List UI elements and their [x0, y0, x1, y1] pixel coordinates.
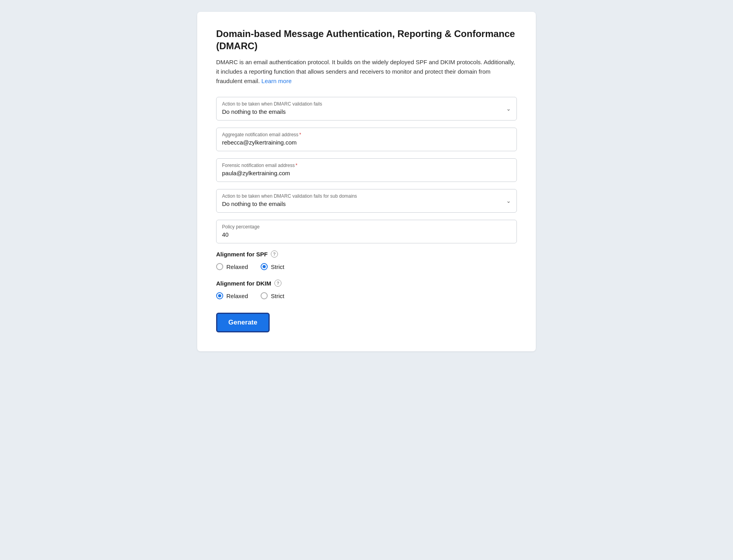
action-subdomain-field[interactable]: Action to be taken when DMARC validation…: [216, 189, 517, 213]
page-title: Domain-based Message Authentication, Rep…: [216, 28, 517, 52]
alignment-dkim-heading: Alignment for DKIM ?: [216, 280, 517, 287]
dkim-strict-label: Strict: [271, 293, 284, 299]
dkim-strict-option[interactable]: Strict: [261, 292, 284, 299]
spf-relaxed-radio[interactable]: [216, 263, 223, 270]
policy-percentage-group: Policy percentage 40: [216, 220, 517, 243]
aggregate-email-group: Aggregate notification email address* re…: [216, 128, 517, 151]
forensic-email-label: Forensic notification email address*: [222, 163, 511, 168]
alignment-dkim-section: Alignment for DKIM ? Relaxed Strict: [216, 280, 517, 299]
alignment-spf-radio-group: Relaxed Strict: [216, 263, 517, 270]
forensic-email-value: paula@zylkertraining.com: [222, 170, 290, 176]
spf-strict-radio[interactable]: [261, 263, 268, 270]
policy-percentage-label: Policy percentage: [222, 224, 511, 230]
generate-button[interactable]: Generate: [216, 313, 270, 332]
aggregate-email-value: rebecca@zylkertraining.com: [222, 139, 296, 146]
policy-percentage-value: 40: [222, 231, 229, 238]
spf-relaxed-label: Relaxed: [226, 263, 248, 270]
dkim-relaxed-radio[interactable]: [216, 292, 223, 299]
policy-percentage-field[interactable]: Policy percentage 40: [216, 220, 517, 243]
action-subdomain-group: Action to be taken when DMARC validation…: [216, 189, 517, 213]
action-on-fail-group: Action to be taken when DMARC validation…: [216, 97, 517, 121]
action-subdomain-label: Action to be taken when DMARC validation…: [222, 193, 511, 199]
page-description: DMARC is an email authentication protoco…: [216, 57, 517, 86]
forensic-email-group: Forensic notification email address* pau…: [216, 158, 517, 182]
aggregate-email-label: Aggregate notification email address*: [222, 132, 511, 137]
spf-strict-label: Strict: [271, 263, 284, 270]
dkim-relaxed-label: Relaxed: [226, 293, 248, 299]
alignment-spf-heading: Alignment for SPF ?: [216, 250, 517, 258]
spf-strict-option[interactable]: Strict: [261, 263, 284, 270]
action-on-fail-label: Action to be taken when DMARC validation…: [222, 101, 511, 107]
dmarc-card: Domain-based Message Authentication, Rep…: [197, 12, 536, 351]
alignment-spf-help-icon[interactable]: ?: [271, 250, 278, 258]
alignment-dkim-help-icon[interactable]: ?: [274, 280, 281, 287]
learn-more-link[interactable]: Learn more: [261, 78, 292, 84]
aggregate-email-field[interactable]: Aggregate notification email address* re…: [216, 128, 517, 151]
alignment-dkim-radio-group: Relaxed Strict: [216, 292, 517, 299]
forensic-email-field[interactable]: Forensic notification email address* pau…: [216, 158, 517, 182]
action-on-fail-value: Do nothing to the emails: [222, 108, 286, 115]
aggregate-required-marker: *: [299, 132, 301, 137]
dkim-relaxed-option[interactable]: Relaxed: [216, 292, 248, 299]
description-text: DMARC is an email authentication protoco…: [216, 59, 515, 84]
forensic-required-marker: *: [296, 163, 298, 168]
dkim-strict-radio[interactable]: [261, 292, 268, 299]
spf-relaxed-option[interactable]: Relaxed: [216, 263, 248, 270]
alignment-spf-section: Alignment for SPF ? Relaxed Strict: [216, 250, 517, 270]
action-on-fail-field[interactable]: Action to be taken when DMARC validation…: [216, 97, 517, 121]
action-subdomain-value: Do nothing to the emails: [222, 200, 286, 207]
